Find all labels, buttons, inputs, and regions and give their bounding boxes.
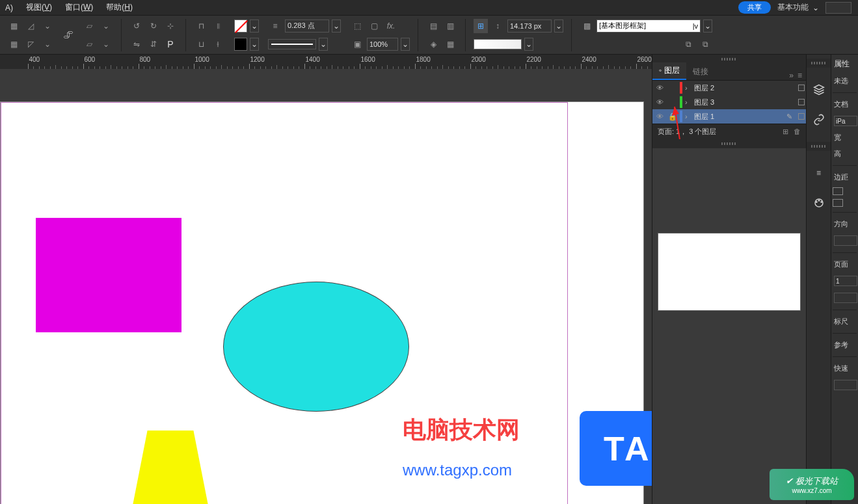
margin-icon-2[interactable] [833, 199, 843, 207]
rotate-cw-icon[interactable]: ↻ [146, 19, 161, 33]
angle-icon[interactable]: ◿ [23, 19, 38, 33]
lock-icon[interactable]: 🔒 [668, 113, 677, 121]
layer-name: 图层 1 [694, 112, 784, 122]
props-direction-input[interactable] [834, 235, 857, 246]
dropdown2-icon[interactable]: ⌄ [40, 37, 55, 51]
skew-v-icon[interactable]: ▱ [82, 37, 96, 51]
tool-2[interactable]: ▦ [7, 37, 21, 51]
new-layer-icon[interactable]: ⊞ [783, 127, 788, 136]
extra2-icon[interactable]: ⧉ [698, 37, 712, 51]
layer-row[interactable]: 👁›图层 2 [652, 81, 806, 95]
props-width: 宽 [833, 130, 857, 145]
align1-icon[interactable]: ⊓ [194, 19, 208, 33]
expand-icon[interactable]: › [685, 113, 691, 120]
stroke-style-dd[interactable]: ⌄ [319, 38, 328, 51]
props-device-input[interactable] [834, 116, 857, 126]
gradient-preview[interactable] [474, 39, 522, 49]
preset-icon: ▩ [580, 19, 594, 33]
tab-links[interactable]: 链接 [686, 64, 715, 80]
layer-target-icon[interactable] [798, 85, 805, 91]
preset-dd[interactable]: ⌄ [703, 20, 712, 33]
swatches-icon[interactable] [811, 195, 827, 211]
opacity-dd[interactable]: ⌄ [401, 38, 410, 51]
flip-h-icon[interactable]: ⇋ [129, 37, 144, 51]
wrap4-icon[interactable]: ▦ [443, 37, 457, 51]
panel-more-icon[interactable]: » [789, 71, 794, 80]
transform-icon[interactable]: ⊞ [474, 19, 488, 33]
layer-target-icon[interactable] [798, 113, 805, 120]
stroke-dropdown[interactable]: ⌄ [250, 38, 259, 51]
stroke-style[interactable] [268, 39, 316, 49]
stroke-weight-input[interactable] [285, 20, 329, 33]
rotate-ccw-icon[interactable]: ↺ [129, 19, 144, 33]
align4-icon[interactable]: ⫲ [211, 37, 225, 51]
expand-icon[interactable]: › [685, 84, 691, 92]
attach-icon[interactable]: 🖇 [61, 28, 75, 42]
document-page[interactable]: 电脑技术网 www.tagxp.com TAG [0, 101, 644, 504]
dropdown3-icon[interactable]: ⌄ [99, 19, 113, 33]
tab-layers[interactable]: ◦ 图层 [652, 62, 686, 80]
props-quick-input[interactable] [834, 380, 857, 390]
fx-icon[interactable]: fx. [384, 19, 398, 33]
wrap3-icon[interactable]: ◈ [426, 37, 440, 51]
thumbnail-area [652, 139, 806, 504]
layer-row[interactable]: 👁🔒›图层 1✎ [652, 109, 806, 124]
share-button[interactable]: 共享 [738, 1, 771, 14]
props-page-input2[interactable] [834, 293, 857, 303]
margin-icon-1[interactable] [833, 187, 843, 195]
svg-point-4 [816, 202, 817, 203]
text-anchor-icon[interactable]: P [163, 37, 178, 51]
style-preset-dropdown[interactable]: [基本图形框架]|v [597, 20, 701, 33]
layer-target-icon[interactable] [798, 99, 805, 105]
dropdown4-icon[interactable]: ⌄ [99, 37, 113, 51]
layer-row[interactable]: 👁›图层 3 [652, 95, 806, 109]
menu-item-help[interactable]: 帮助(H) [106, 2, 133, 13]
align3-icon[interactable]: ⊔ [194, 37, 208, 51]
transform-input[interactable] [507, 20, 552, 33]
wrap1-icon[interactable]: ▤ [426, 19, 440, 33]
props-pagenum-input[interactable] [834, 276, 857, 286]
angle2-icon[interactable]: ◸ [23, 37, 38, 51]
page-thumbnail[interactable] [658, 233, 801, 311]
menu-item-window[interactable]: 窗口(W) [65, 2, 93, 13]
thumb-drag-handle[interactable] [652, 139, 806, 148]
wrap2-icon[interactable]: ▥ [443, 19, 457, 33]
crosshair-icon[interactable]: ⊹ [163, 19, 178, 33]
corner2-icon[interactable]: ▢ [367, 19, 381, 33]
canvas-area[interactable]: 电脑技术网 www.tagxp.com TAG [0, 69, 652, 504]
gradient-dd[interactable]: ⌄ [524, 38, 533, 51]
align2-icon[interactable]: ⫴ [211, 19, 225, 33]
rail-handle-2[interactable] [807, 142, 831, 151]
search-input[interactable] [825, 2, 851, 14]
tool-1[interactable]: ▦ [7, 19, 21, 33]
fill-swatch[interactable] [234, 20, 247, 33]
stroke-swatch[interactable] [234, 38, 247, 51]
svg-point-5 [818, 200, 820, 202]
panel-menu-icon[interactable]: ≡ [798, 71, 802, 80]
visibility-icon[interactable]: 👁 [654, 84, 665, 92]
menu-item-view[interactable]: 视图(V) [26, 2, 52, 13]
dropdown-icon[interactable]: ⌄ [40, 19, 55, 33]
corner1-icon[interactable]: ⬚ [350, 19, 364, 33]
layers-icon[interactable] [811, 82, 827, 98]
skew-h-icon[interactable]: ▱ [82, 19, 96, 33]
magenta-rectangle-shape[interactable] [36, 218, 181, 332]
visibility-icon[interactable]: 👁 [654, 98, 665, 106]
cyan-ellipse-shape[interactable] [223, 282, 409, 412]
flip-v-icon[interactable]: ⇵ [146, 37, 161, 51]
transform-dd[interactable]: ⌄ [554, 20, 563, 33]
rail-handle-1[interactable] [807, 59, 831, 68]
workspace-dropdown[interactable]: 基本功能⌄ [777, 2, 819, 13]
visibility-icon[interactable]: 👁 [654, 113, 665, 120]
edit-icon[interactable]: ✎ [786, 113, 796, 121]
delete-layer-icon[interactable]: 🗑 [794, 127, 801, 136]
extra1-icon[interactable]: ⧉ [681, 37, 695, 51]
expand-icon[interactable]: › [685, 98, 691, 106]
opacity-input[interactable] [367, 38, 398, 51]
fill-dropdown[interactable]: ⌄ [250, 20, 259, 33]
watermark-tag-badge: TAG [580, 411, 652, 486]
links-icon[interactable] [811, 112, 827, 127]
stroke-weight-dd[interactable]: ⌄ [332, 20, 341, 33]
stroke-icon[interactable]: ≡ [811, 165, 827, 181]
menu-item-a[interactable]: A) [5, 3, 13, 12]
